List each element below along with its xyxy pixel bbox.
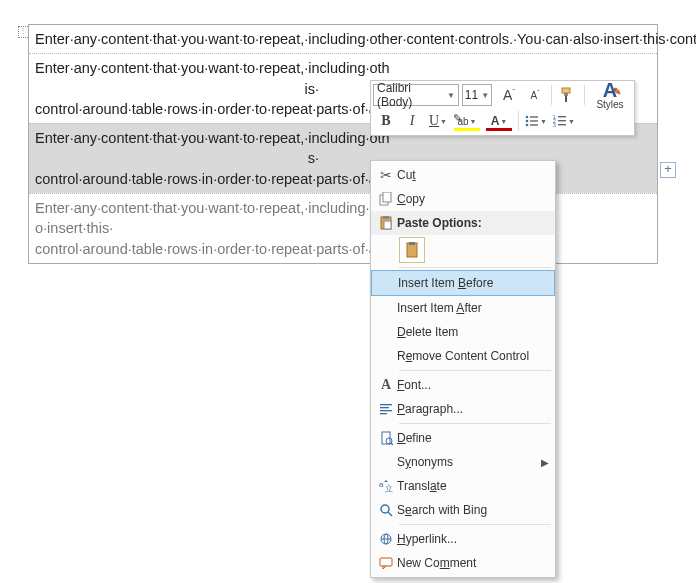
paste-options-label: Paste Options: [397,216,482,230]
bold-button[interactable]: B [373,110,399,132]
svg-text:3: 3 [553,122,556,128]
svg-point-31 [381,505,389,513]
menu-delete-item[interactable]: Delete Item [371,320,555,344]
svg-rect-24 [380,410,392,411]
translate-icon: a立 [375,479,397,493]
separator [399,524,551,525]
chevron-down-icon: ▼ [478,91,489,100]
shrink-font-button[interactable]: Aˇ [522,84,548,106]
svg-rect-6 [530,120,538,121]
menu-hyperlink[interactable]: Hyperlink... [371,527,555,551]
menu-paste-options-header: Paste Options: [371,211,555,235]
bullets-button[interactable]: ▼ [522,110,550,132]
highlight-button[interactable]: ab✎ ▼ [451,110,483,132]
menu-insert-item-before[interactable]: Insert Item Before [371,270,555,296]
svg-rect-23 [380,407,389,408]
cut-icon: ✂ [375,167,397,183]
row-text-right: s· [308,150,319,166]
font-icon: A [375,377,397,393]
paste-keep-source-button[interactable] [399,237,425,263]
row-text-b: control·around·table·rows·in·order·to·re… [35,241,385,257]
menu-remove-content-control[interactable]: Remove Content Control [371,344,555,368]
svg-rect-36 [380,558,392,566]
chevron-right-icon: ▶ [541,457,549,468]
styles-button[interactable]: A✎ Styles [588,84,632,106]
menu-translate[interactable]: a立 Translate [371,474,555,498]
chevron-down-icon: ▼ [470,118,477,125]
row-text-b: control·around·table·rows·in·order·to·re… [35,101,393,117]
font-size-combo[interactable]: 11 ▼ [462,84,492,106]
row-text-left: Enter·any·content·that·you·want·to·repea… [35,130,390,146]
hyperlink-icon [375,532,397,546]
menu-font[interactable]: A Font... [371,373,555,397]
numbering-button[interactable]: 1 2 3 ▼ [550,110,578,132]
paste-icon [375,216,397,230]
menu-search-bing[interactable]: Search with Bing [371,498,555,522]
define-icon [375,431,397,445]
svg-rect-0 [562,88,570,93]
menu-paragraph[interactable]: Paragraph... [371,397,555,421]
font-color-button[interactable]: A ▼ [483,110,515,132]
context-menu: ✂ Cut Copy Paste Options: Insert Item Be… [370,160,556,578]
separator [518,111,519,131]
svg-line-28 [391,443,393,445]
svg-text:立: 立 [385,484,393,493]
grow-font-button[interactable]: Aˆ [496,84,522,106]
chevron-down-icon: ▼ [444,91,455,100]
format-painter-button[interactable] [555,84,581,106]
paste-options-row [371,235,555,265]
separator [584,85,585,105]
row-text-right: o·insert·this· [35,220,113,236]
menu-copy[interactable]: Copy [371,187,555,211]
svg-rect-10 [558,116,566,117]
row-text: Enter·any·content·that·you·want·to·repea… [35,31,696,47]
svg-rect-8 [530,124,538,125]
svg-point-5 [526,120,529,123]
styles-icon: A✎ [603,81,617,99]
italic-button[interactable]: I [399,110,425,132]
row-text-right: is· [305,81,320,97]
menu-cut[interactable]: ✂ Cut [371,163,555,187]
svg-rect-18 [383,216,389,219]
svg-point-7 [526,124,529,127]
svg-rect-25 [380,413,387,414]
svg-rect-20 [407,243,417,257]
menu-define[interactable]: Define [371,426,555,450]
highlight-color [454,128,480,131]
chevron-down-icon: ▼ [568,118,575,125]
repeating-section-container: Enter·any·content·that·you·want·to·repea… [28,24,658,264]
svg-rect-2 [565,96,567,102]
paragraph-icon [375,402,397,416]
svg-rect-1 [564,93,568,96]
menu-insert-item-after[interactable]: Insert Item After [371,296,555,320]
font-name-combo[interactable]: Calibri (Body) ▼ [373,84,459,106]
menu-synonyms[interactable]: Synonyms ▶ [371,450,555,474]
underline-button[interactable]: U▼ [425,110,451,132]
row-text-left: Enter·any·content·that·you·want·to·repea… [35,200,390,216]
table-row[interactable]: Enter·any·content·that·you·want·to·repea… [29,193,657,263]
svg-rect-4 [530,116,538,117]
chevron-down-icon: ▼ [440,118,447,125]
svg-rect-16 [383,192,391,202]
separator [399,423,551,424]
chevron-down-icon: ▼ [500,118,507,125]
svg-rect-12 [558,120,566,121]
font-name-text: Calibri (Body) [377,81,444,109]
svg-rect-14 [558,124,566,125]
svg-point-3 [526,116,529,119]
separator [551,85,552,105]
add-item-handle[interactable]: + [660,162,676,178]
font-color [486,128,512,131]
mini-toolbar: Calibri (Body) ▼ 11 ▼ Aˆ Aˇ A✎ Styles [370,80,635,136]
search-icon [375,503,397,517]
table-row[interactable]: Enter·any·content·that·you·want·to·repea… [29,25,657,53]
separator [399,370,551,371]
row-text-left: Enter·any·content·that·you·want·to·repea… [35,60,390,76]
bullets-icon [525,114,539,128]
svg-line-32 [388,512,392,516]
font-size-text: 11 [465,88,478,102]
separator [399,267,551,268]
svg-rect-22 [380,404,392,405]
menu-new-comment[interactable]: New Comment [371,551,555,575]
clipboard-icon [404,242,420,258]
